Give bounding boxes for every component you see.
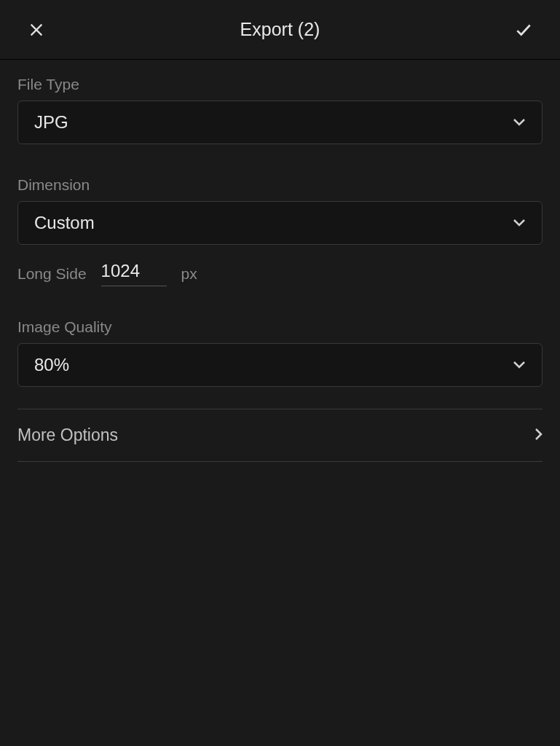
- dimension-select[interactable]: Custom: [17, 201, 543, 245]
- checkmark-icon: [514, 20, 533, 39]
- confirm-button[interactable]: [509, 15, 538, 44]
- long-side-label: Long Side: [17, 265, 87, 283]
- close-button[interactable]: [22, 15, 51, 44]
- chevron-down-icon: [513, 116, 526, 129]
- image-quality-select[interactable]: 80%: [17, 343, 543, 387]
- chevron-right-icon: [534, 428, 543, 444]
- more-options-label: More Options: [17, 425, 118, 445]
- long-side-unit: px: [181, 265, 197, 283]
- chevron-down-icon: [513, 358, 526, 372]
- dimension-value: Custom: [34, 213, 95, 233]
- long-side-row: Long Side px: [17, 261, 543, 286]
- content-area: File Type JPG Dimension Custom Long Side…: [0, 60, 560, 478]
- image-quality-value: 80%: [34, 355, 69, 375]
- image-quality-label: Image Quality: [17, 318, 543, 336]
- header-bar: Export (2): [0, 0, 560, 60]
- file-type-select[interactable]: JPG: [17, 101, 543, 144]
- page-title: Export (2): [240, 19, 320, 40]
- close-icon: [28, 22, 44, 38]
- dimension-label: Dimension: [17, 176, 543, 194]
- file-type-label: File Type: [17, 76, 543, 93]
- chevron-down-icon: [513, 216, 526, 229]
- file-type-value: JPG: [34, 112, 68, 133]
- divider: [17, 461, 543, 462]
- long-side-input[interactable]: [101, 261, 167, 286]
- image-quality-section: Image Quality 80%: [17, 318, 543, 387]
- more-options-button[interactable]: More Options: [17, 409, 543, 461]
